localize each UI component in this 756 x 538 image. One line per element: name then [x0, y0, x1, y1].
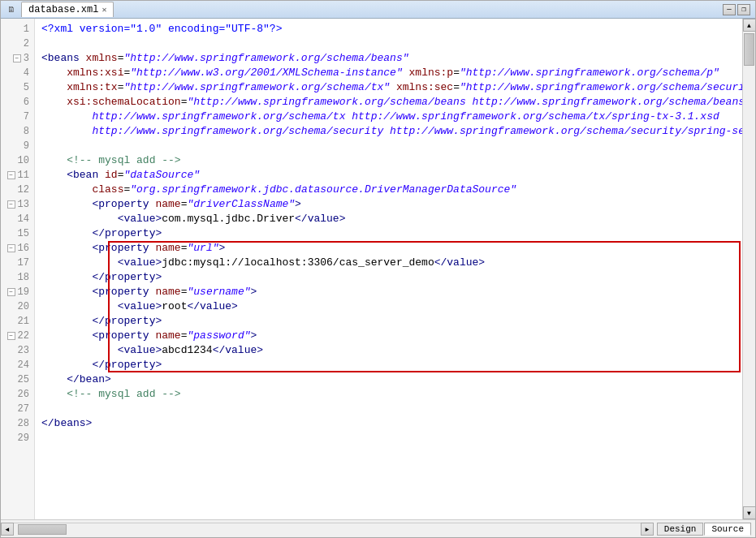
line-num-label: 13 — [18, 197, 29, 212]
view-tab-design[interactable]: Design — [657, 523, 704, 536]
fold-icon-19[interactable]: − — [7, 288, 15, 296]
code-token: = — [453, 67, 460, 79]
code-token: > — [219, 242, 226, 254]
view-tab-source[interactable]: Source — [704, 523, 751, 536]
code-line-27 — [41, 402, 736, 416]
line-number-25: 25 — [1, 372, 34, 387]
line-number-16: −16 — [1, 241, 34, 256]
code-token — [41, 344, 118, 356]
file-icon: 🗎 — [6, 4, 17, 15]
code-content[interactable]: <?xml version="1.0" encoding="UTF-8"?><b… — [35, 19, 742, 519]
scroll-thumb-v[interactable] — [744, 33, 754, 66]
code-token: </value> — [434, 256, 485, 269]
code-token — [41, 213, 118, 225]
code-token: "dataSource" — [123, 169, 200, 181]
code-line-8: http://www.springframework.org/schema/se… — [41, 124, 736, 139]
code-token: <bean — [67, 169, 98, 181]
line-num-label: 14 — [18, 212, 29, 226]
code-line-16: <property name="url"> — [41, 241, 736, 256]
line-num-label: 5 — [24, 80, 29, 95]
line-number-28: 28 — [1, 416, 34, 431]
code-line-12: class="org.springframework.jdbc.datasour… — [41, 183, 736, 197]
code-token: </property> — [92, 359, 162, 371]
fold-icon-16[interactable]: − — [7, 244, 15, 252]
code-token — [41, 227, 92, 239]
code-token: "http://www.springframework.org/schema/p… — [460, 67, 719, 79]
code-token — [41, 300, 118, 312]
line-num-label: 20 — [18, 299, 29, 314]
line-num-label: 7 — [24, 110, 29, 124]
line-numbers: 12−345678910−1112−131415−161718−192021−2… — [1, 19, 35, 519]
fold-icon-13[interactable]: − — [7, 200, 15, 209]
code-token — [41, 198, 92, 210]
restore-button[interactable]: ❐ — [737, 4, 750, 15]
horizontal-scrollbar[interactable]: ◄ ► — [1, 523, 654, 536]
fold-icon-22[interactable]: − — [7, 332, 15, 340]
scroll-track-h[interactable] — [14, 523, 641, 536]
code-token — [41, 359, 92, 371]
code-token: xsi:schemaLocation — [67, 96, 180, 108]
code-token: root — [162, 300, 187, 312]
line-num-label: 25 — [18, 372, 29, 387]
code-line-17: <value>jdbc:mysql://localhost:3306/cas_s… — [41, 256, 736, 270]
code-line-4: xmlns:xsi="http://www.w3.org/2001/XMLSch… — [41, 66, 736, 80]
line-number-3: −3 — [1, 51, 34, 66]
code-token: "http://www.springframework.org/schema/s… — [460, 81, 742, 93]
code-line-28: </beans> — [41, 416, 736, 431]
code-line-11: <bean id="dataSource" — [41, 168, 736, 183]
code-token: "http://www.springframework.org/schema/b… — [187, 96, 742, 108]
line-num-label: 2 — [24, 37, 29, 51]
code-token: "org.springframework.jdbc.datasource.Dri… — [130, 183, 516, 196]
code-line-20: <value>root</value> — [41, 299, 736, 314]
minimize-button[interactable]: — — [723, 4, 736, 15]
tab-close-button[interactable]: ✕ — [102, 5, 106, 15]
scroll-left-button[interactable]: ◄ — [1, 523, 14, 536]
code-line-25: </bean> — [41, 372, 736, 387]
fold-icon-11[interactable]: − — [7, 171, 15, 179]
code-token: <value> — [118, 213, 162, 225]
code-token — [41, 183, 92, 196]
code-token: <value> — [118, 344, 162, 356]
code-token: name — [155, 242, 180, 254]
line-number-24: 24 — [1, 358, 34, 372]
vertical-scrollbar[interactable]: ▲ ▼ — [742, 19, 755, 519]
line-number-2: 2 — [1, 37, 34, 51]
code-token — [41, 329, 92, 342]
line-num-label: 23 — [18, 343, 29, 358]
code-line-19: <property name="username"> — [41, 285, 736, 299]
scroll-thumb-h[interactable] — [18, 524, 67, 535]
code-token: <property — [92, 198, 149, 210]
fold-icon-3[interactable]: − — [13, 54, 21, 62]
scroll-right-button[interactable]: ► — [641, 523, 654, 536]
code-token — [390, 81, 396, 93]
line-num-label: 28 — [18, 416, 29, 431]
line-number-1: 1 — [1, 22, 34, 37]
code-line-7: http://www.springframework.org/schema/tx… — [41, 110, 736, 124]
line-num-label: 29 — [18, 431, 29, 445]
code-line-24: </property> — [41, 358, 736, 372]
window-controls: — ❐ — [723, 4, 750, 15]
code-token — [41, 242, 92, 254]
code-line-18: </property> — [41, 270, 736, 285]
scroll-up-button[interactable]: ▲ — [743, 19, 756, 32]
code-token: "url" — [187, 242, 218, 254]
line-num-label: 3 — [24, 51, 29, 66]
line-num-label: 15 — [18, 226, 29, 241]
line-num-label: 11 — [18, 168, 29, 183]
editor-area: 12−345678910−1112−131415−161718−192021−2… — [1, 19, 755, 519]
line-number-23: 23 — [1, 343, 34, 358]
scroll-down-button[interactable]: ▼ — [743, 506, 756, 519]
code-token: jdbc:mysql://localhost:3306/cas_server_d… — [162, 256, 434, 269]
code-token — [41, 81, 67, 93]
code-token: com.mysql.jdbc.Driver — [162, 213, 295, 225]
line-number-26: 26 — [1, 387, 34, 402]
code-token: <property — [92, 242, 149, 254]
code-token: > — [251, 286, 257, 298]
code-token — [41, 271, 92, 283]
line-number-17: 17 — [1, 256, 34, 270]
code-line-21: </property> — [41, 314, 736, 329]
code-token — [41, 373, 67, 385]
editor-tab[interactable]: database.xml ✕ — [21, 2, 114, 17]
code-token: > — [251, 329, 257, 342]
scroll-track-v[interactable] — [743, 32, 755, 506]
